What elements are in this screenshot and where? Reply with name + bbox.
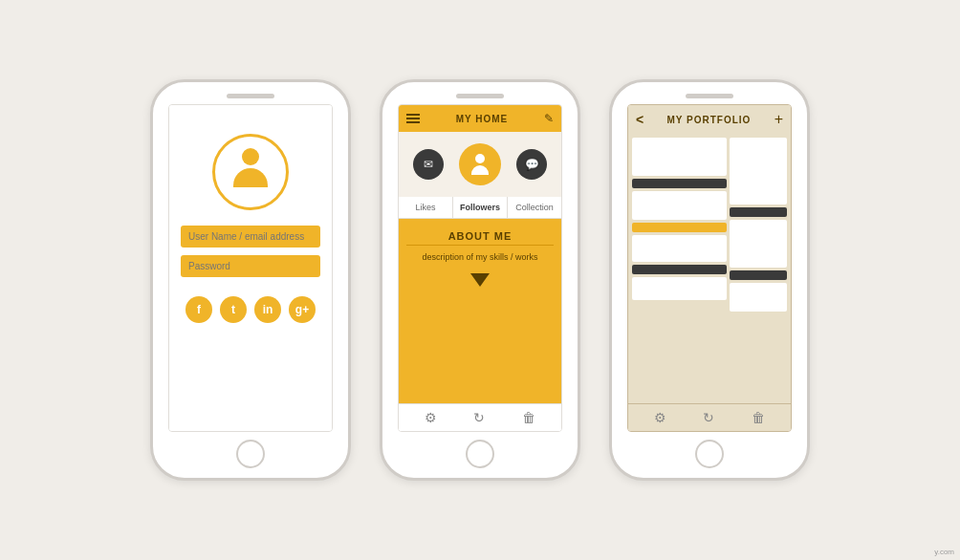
home-button[interactable] — [695, 440, 724, 468]
settings-icon[interactable]: ⚙ — [654, 410, 666, 425]
portfolio-card-3 — [632, 235, 727, 262]
twitter-icon[interactable]: t — [220, 296, 247, 323]
add-icon[interactable]: + — [775, 111, 783, 128]
tabs-row: Likes Followers Collection — [399, 197, 561, 219]
person-body — [233, 168, 268, 187]
portfolio-grid — [628, 134, 791, 403]
profile-avatar[interactable] — [459, 143, 501, 185]
home-header: MY HOME ✎ — [399, 105, 561, 132]
menu-line — [406, 121, 420, 123]
dark-bar-4 — [730, 270, 787, 280]
phones-container: f t in g+ MY HOME — [131, 60, 829, 500]
portfolio-card-tall-1 — [730, 138, 787, 205]
message-icon[interactable]: ✉ — [413, 149, 444, 180]
phone-portfolio: < MY PORTFOLIO + — [609, 79, 810, 481]
menu-line — [406, 118, 420, 119]
settings-icon[interactable]: ⚙ — [425, 410, 437, 425]
tab-likes[interactable]: Likes — [399, 197, 453, 218]
arrow-down-icon — [470, 273, 490, 287]
back-icon[interactable]: < — [636, 112, 644, 127]
about-description: description of my skills / works — [422, 251, 537, 264]
portfolio-card-2 — [632, 191, 727, 220]
trash-icon[interactable]: 🗑 — [752, 410, 765, 425]
login-screen: f t in g+ — [168, 104, 333, 432]
portfolio-right-col — [730, 138, 787, 312]
google-icon[interactable]: g+ — [289, 296, 316, 323]
linkedin-icon[interactable]: in — [254, 296, 281, 323]
portfolio-header: < MY PORTFOLIO + — [628, 105, 791, 134]
dark-bar-2 — [632, 265, 727, 274]
profile-banner: ✉ 💬 — [399, 132, 561, 197]
dark-bar-3 — [730, 207, 787, 217]
facebook-icon[interactable]: f — [185, 296, 212, 323]
tab-followers[interactable]: Followers — [453, 197, 508, 218]
home-screen: MY HOME ✎ ✉ 💬 Likes — [398, 104, 562, 432]
portfolio-left-col — [632, 138, 727, 312]
watermark: y.com — [934, 548, 954, 556]
portfolio-title: MY PORTFOLIO — [666, 115, 751, 125]
person-avatar — [227, 148, 274, 196]
dark-bar-1 — [632, 179, 727, 188]
menu-line — [406, 114, 420, 116]
about-title: ABOUT ME — [406, 230, 554, 246]
avatar-circle — [212, 134, 289, 210]
home-title: MY HOME — [456, 114, 509, 124]
portfolio-card-tall-3 — [730, 283, 787, 312]
home-button[interactable] — [236, 440, 265, 468]
about-section: ABOUT ME description of my skills / work… — [399, 219, 561, 403]
phone-login: f t in g+ — [150, 79, 351, 481]
portfolio-toolbar: ⚙ ↻ 🗑 — [628, 403, 791, 431]
portfolio-card-4 — [632, 277, 727, 300]
portfolio-card-tall-2 — [730, 220, 787, 268]
home-button[interactable] — [466, 440, 494, 468]
bottom-toolbar: ⚙ ↻ 🗑 — [399, 403, 561, 431]
phone-speaker — [686, 94, 733, 98]
phone-speaker — [456, 94, 504, 98]
portfolio-row-1 — [632, 138, 787, 312]
refresh-icon[interactable]: ↻ — [473, 410, 485, 425]
edit-icon[interactable]: ✎ — [544, 112, 554, 125]
phone-speaker — [227, 94, 274, 98]
person-head — [242, 148, 259, 165]
tab-collection[interactable]: Collection — [508, 197, 561, 218]
menu-icon[interactable] — [406, 114, 420, 123]
password-input[interactable] — [181, 255, 320, 277]
trash-icon[interactable]: 🗑 — [522, 410, 535, 425]
social-icons-row: f t in g+ — [185, 296, 316, 323]
portfolio-screen: < MY PORTFOLIO + — [627, 104, 792, 432]
yellow-bar-1 — [632, 223, 727, 232]
username-input[interactable] — [181, 226, 320, 248]
portfolio-card-1 — [632, 138, 727, 176]
refresh-icon[interactable]: ↻ — [703, 410, 714, 425]
chat-icon[interactable]: 💬 — [516, 149, 547, 180]
phone-home: MY HOME ✎ ✉ 💬 Likes — [380, 79, 580, 481]
